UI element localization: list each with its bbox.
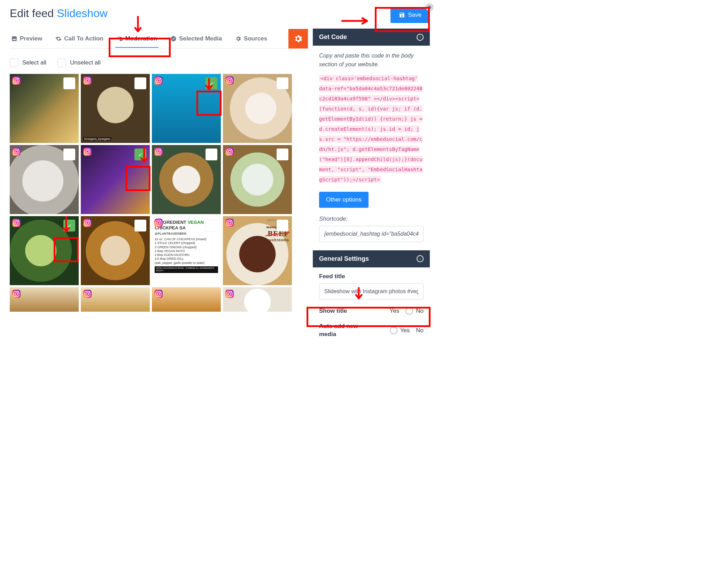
radio-label: Yes [390,307,400,314]
svg-point-27 [160,150,161,150]
gear-icon [293,34,303,44]
instagram-icon [12,76,21,85]
media-item[interactable]: @MyMeatlessMeals#veganMONGOLIANBEEFmushr… [223,216,292,285]
media-item[interactable] [10,145,79,214]
tab-label: Moderation [125,35,157,42]
media-item[interactable] [223,287,292,312]
tab-sources[interactable]: Sources [234,30,269,47]
tab-preview[interactable]: Preview [10,30,44,47]
instagram-icon [225,218,234,227]
tab-selected-media[interactable]: Selected Media [169,30,223,47]
feed-title-label: Feed title [319,273,424,280]
show-title-yes[interactable]: Yes [390,307,400,314]
svg-point-31 [231,150,232,150]
media-item[interactable] [81,287,150,312]
media-select-checkbox[interactable] [206,149,217,160]
svg-point-19 [18,150,18,150]
save-icon [399,12,405,18]
media-item[interactable] [152,74,221,143]
svg-point-43 [160,221,161,221]
svg-point-47 [231,221,232,221]
auto-add-label: Auto add new media [319,322,371,339]
instagram-icon [83,289,92,298]
svg-point-11 [160,78,161,79]
media-item[interactable] [81,216,150,285]
svg-point-7 [89,78,90,79]
media-select-checkbox[interactable] [63,77,75,89]
feed-title-input[interactable] [319,283,424,299]
tab-moderation[interactable]: Moderation [115,30,159,48]
svg-point-59 [160,292,161,293]
select-all-checkbox[interactable]: Select all [10,59,46,67]
save-button[interactable]: Save [390,7,430,23]
tab-label: Call To Action [64,35,103,42]
media-item[interactable] [10,216,79,285]
media-item[interactable] [152,287,221,312]
show-title-no[interactable]: No [405,307,424,315]
svg-point-15 [231,78,232,79]
media-select-checkbox[interactable] [63,220,75,231]
instagram-icon [225,147,234,156]
media-item[interactable] [223,145,292,214]
tab-bar: Preview Call To Action Moderation Select… [10,29,308,49]
instagram-icon [225,76,234,85]
auto-add-yes[interactable]: Yes [390,327,410,334]
svg-point-23 [89,150,90,150]
radio-label: No [416,307,424,314]
unselect-all-checkbox[interactable]: Unselect all [57,59,101,67]
label: Select all [22,59,46,66]
media-select-checkbox[interactable] [63,149,75,160]
media-select-checkbox[interactable] [206,77,217,89]
panel-title: Get Code [319,33,347,41]
svg-point-55 [89,292,90,293]
media-select-checkbox[interactable] [277,77,288,89]
shortcode-label: Shortcode: [319,215,424,222]
page-title: Edit feed Slideshow [10,7,308,20]
instagram-icon [154,218,163,227]
media-select-checkbox[interactable] [134,77,146,89]
gear-icon [235,36,241,42]
layout-settings-button[interactable] [288,29,308,48]
tab-label: Selected Media [179,35,222,42]
media-item[interactable]: forvegans_byvegans [81,74,150,143]
tab-call-to-action[interactable]: Call To Action [54,30,104,47]
media-select-checkbox[interactable] [277,220,288,231]
code-instruction: Copy and paste this code in the body sec… [319,51,424,69]
svg-point-63 [231,292,232,293]
instagram-icon [12,218,21,227]
panel-title: General Settings [319,255,369,263]
svg-point-51 [18,292,18,293]
media-item[interactable] [81,145,150,214]
chevron-up-icon [417,34,424,41]
image-icon [11,36,17,42]
radio-label: No [416,327,424,334]
media-select-checkbox[interactable] [134,149,146,160]
media-item[interactable]: 4 INGREDIENT VEGANCHICKPEA SA@PLANTBASED… [152,216,221,285]
gears-icon [55,36,62,42]
svg-point-3 [18,78,18,79]
get-code-panel-body: Copy and paste this code in the body sec… [313,46,430,250]
radio-label: Yes [400,327,410,334]
general-settings-panel-body: Feed title Show title Yes No Auto add ne… [313,267,430,347]
get-code-panel-header[interactable]: Get Code [313,29,430,46]
instagram-icon [12,289,21,298]
instagram-icon [83,218,92,227]
svg-point-35 [18,221,18,221]
media-item[interactable] [10,287,79,312]
instagram-icon [225,289,234,298]
media-item[interactable] [223,74,292,143]
shortcode-input[interactable] [319,226,424,242]
other-options-button[interactable]: Other options [319,192,369,208]
embed-code[interactable]: <div class='embedsocial-hashtag' data-re… [319,74,424,185]
save-label: Save [408,12,421,18]
show-title-label: Show title [319,307,347,315]
media-select-checkbox[interactable] [277,149,288,160]
media-select-checkbox[interactable] [134,220,146,231]
auto-add-no[interactable]: No [416,327,424,334]
media-select-checkbox[interactable] [206,220,217,231]
media-item[interactable] [10,74,79,143]
general-settings-panel-header[interactable]: General Settings [313,250,430,267]
media-item[interactable] [152,145,221,214]
tab-label: Preview [20,35,42,42]
feed-name-link[interactable]: Slideshow [57,7,108,20]
